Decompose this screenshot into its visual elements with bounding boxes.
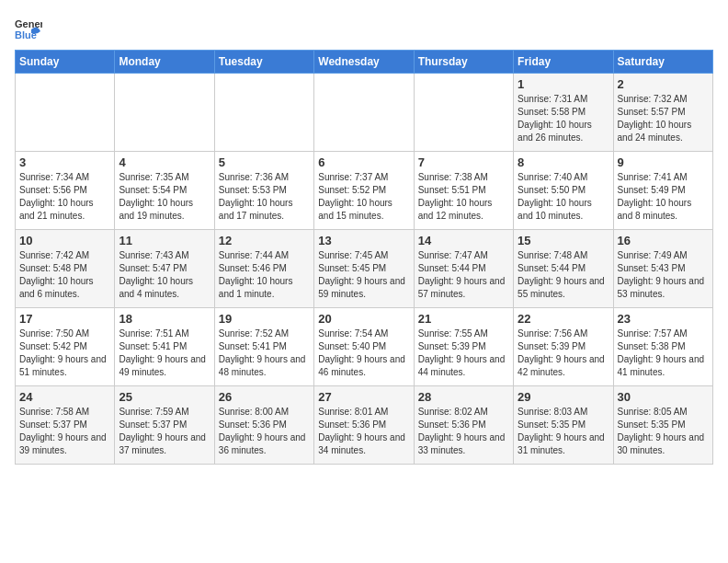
calendar-cell: 13Sunrise: 7:45 AM Sunset: 5:45 PM Dayli…	[314, 230, 414, 308]
day-info: Sunrise: 7:58 AM Sunset: 5:37 PM Dayligh…	[19, 406, 110, 457]
calendar-cell: 28Sunrise: 8:02 AM Sunset: 5:36 PM Dayli…	[414, 386, 513, 465]
day-info: Sunrise: 8:05 AM Sunset: 5:35 PM Dayligh…	[618, 406, 709, 457]
calendar-cell: 12Sunrise: 7:44 AM Sunset: 5:46 PM Dayli…	[214, 230, 313, 308]
svg-text:Blue: Blue	[15, 29, 37, 40]
calendar-cell: 23Sunrise: 7:57 AM Sunset: 5:38 PM Dayli…	[613, 308, 712, 386]
day-info: Sunrise: 7:41 AM Sunset: 5:49 PM Dayligh…	[618, 171, 709, 223]
calendar-cell: 3Sunrise: 7:34 AM Sunset: 5:56 PM Daylig…	[16, 152, 115, 230]
day-number: 15	[518, 234, 609, 247]
day-info: Sunrise: 7:48 AM Sunset: 5:44 PM Dayligh…	[518, 249, 609, 301]
header: General Blue	[15, 15, 713, 42]
day-number: 18	[119, 312, 210, 326]
day-info: Sunrise: 7:51 AM Sunset: 5:41 PM Dayligh…	[119, 327, 210, 379]
day-number: 30	[618, 390, 709, 404]
svg-text:General: General	[15, 18, 42, 29]
calendar-cell: 5Sunrise: 7:36 AM Sunset: 5:53 PM Daylig…	[214, 152, 313, 230]
day-number: 29	[518, 390, 609, 404]
calendar-cell	[16, 74, 115, 152]
weekday-header-tuesday: Tuesday	[214, 51, 313, 74]
day-info: Sunrise: 7:45 AM Sunset: 5:45 PM Dayligh…	[318, 249, 409, 301]
day-info: Sunrise: 7:49 AM Sunset: 5:43 PM Dayligh…	[618, 249, 709, 301]
day-info: Sunrise: 7:52 AM Sunset: 5:41 PM Dayligh…	[219, 327, 310, 379]
day-number: 10	[19, 234, 110, 247]
calendar-cell: 17Sunrise: 7:50 AM Sunset: 5:42 PM Dayli…	[16, 308, 115, 386]
day-info: Sunrise: 7:37 AM Sunset: 5:52 PM Dayligh…	[318, 171, 409, 223]
day-info: Sunrise: 8:00 AM Sunset: 5:36 PM Dayligh…	[219, 406, 310, 457]
day-number: 26	[219, 390, 310, 404]
day-info: Sunrise: 7:40 AM Sunset: 5:50 PM Dayligh…	[518, 171, 609, 223]
logo: General Blue	[15, 15, 46, 42]
day-info: Sunrise: 8:03 AM Sunset: 5:35 PM Dayligh…	[518, 406, 609, 457]
day-info: Sunrise: 8:01 AM Sunset: 5:36 PM Dayligh…	[318, 406, 409, 457]
day-number: 20	[318, 312, 409, 326]
day-info: Sunrise: 7:55 AM Sunset: 5:39 PM Dayligh…	[418, 327, 509, 379]
day-number: 4	[119, 155, 210, 169]
day-info: Sunrise: 7:31 AM Sunset: 5:58 PM Dayligh…	[518, 93, 609, 144]
calendar-cell: 6Sunrise: 7:37 AM Sunset: 5:52 PM Daylig…	[314, 152, 414, 230]
day-info: Sunrise: 7:50 AM Sunset: 5:42 PM Dayligh…	[19, 327, 110, 379]
day-info: Sunrise: 7:44 AM Sunset: 5:46 PM Dayligh…	[219, 249, 310, 301]
calendar-cell	[214, 74, 313, 152]
day-info: Sunrise: 7:43 AM Sunset: 5:47 PM Dayligh…	[119, 249, 210, 301]
calendar-cell: 21Sunrise: 7:55 AM Sunset: 5:39 PM Dayli…	[414, 308, 513, 386]
logo-icon: General Blue	[15, 15, 42, 42]
day-info: Sunrise: 7:57 AM Sunset: 5:38 PM Dayligh…	[618, 327, 709, 379]
day-number: 24	[19, 390, 110, 404]
day-info: Sunrise: 7:59 AM Sunset: 5:37 PM Dayligh…	[119, 406, 210, 457]
calendar-cell: 22Sunrise: 7:56 AM Sunset: 5:39 PM Dayli…	[514, 308, 613, 386]
day-number: 2	[618, 77, 709, 91]
calendar-cell: 20Sunrise: 7:54 AM Sunset: 5:40 PM Dayli…	[314, 308, 414, 386]
calendar-cell: 25Sunrise: 7:59 AM Sunset: 5:37 PM Dayli…	[115, 386, 214, 465]
day-number: 17	[19, 312, 110, 326]
day-number: 3	[19, 155, 110, 169]
day-info: Sunrise: 7:32 AM Sunset: 5:57 PM Dayligh…	[618, 93, 709, 144]
day-info: Sunrise: 7:34 AM Sunset: 5:56 PM Dayligh…	[19, 171, 110, 223]
weekday-header-sunday: Sunday	[16, 51, 115, 74]
calendar-cell: 1Sunrise: 7:31 AM Sunset: 5:58 PM Daylig…	[514, 74, 613, 152]
calendar-cell: 30Sunrise: 8:05 AM Sunset: 5:35 PM Dayli…	[613, 386, 712, 465]
day-info: Sunrise: 7:38 AM Sunset: 5:51 PM Dayligh…	[418, 171, 509, 223]
weekday-header-monday: Monday	[115, 51, 214, 74]
calendar-cell: 18Sunrise: 7:51 AM Sunset: 5:41 PM Dayli…	[115, 308, 214, 386]
day-info: Sunrise: 7:56 AM Sunset: 5:39 PM Dayligh…	[518, 327, 609, 379]
calendar-cell: 26Sunrise: 8:00 AM Sunset: 5:36 PM Dayli…	[214, 386, 313, 465]
day-info: Sunrise: 7:35 AM Sunset: 5:54 PM Dayligh…	[119, 171, 210, 223]
calendar-cell: 10Sunrise: 7:42 AM Sunset: 5:48 PM Dayli…	[16, 230, 115, 308]
weekday-header-saturday: Saturday	[613, 51, 712, 74]
day-number: 9	[618, 155, 709, 169]
calendar-cell	[115, 74, 214, 152]
calendar-cell: 15Sunrise: 7:48 AM Sunset: 5:44 PM Dayli…	[514, 230, 613, 308]
day-number: 5	[219, 155, 310, 169]
day-number: 11	[119, 234, 210, 247]
calendar-cell: 29Sunrise: 8:03 AM Sunset: 5:35 PM Dayli…	[514, 386, 613, 465]
calendar-cell: 9Sunrise: 7:41 AM Sunset: 5:49 PM Daylig…	[613, 152, 712, 230]
day-number: 19	[219, 312, 310, 326]
calendar-cell: 16Sunrise: 7:49 AM Sunset: 5:43 PM Dayli…	[613, 230, 712, 308]
day-number: 21	[418, 312, 509, 326]
calendar-cell: 14Sunrise: 7:47 AM Sunset: 5:44 PM Dayli…	[414, 230, 513, 308]
day-number: 8	[518, 155, 609, 169]
weekday-header-thursday: Thursday	[414, 51, 513, 74]
calendar-cell: 24Sunrise: 7:58 AM Sunset: 5:37 PM Dayli…	[16, 386, 115, 465]
day-number: 6	[318, 155, 409, 169]
day-info: Sunrise: 7:36 AM Sunset: 5:53 PM Dayligh…	[219, 171, 310, 223]
day-info: Sunrise: 8:02 AM Sunset: 5:36 PM Dayligh…	[418, 406, 509, 457]
calendar-cell: 11Sunrise: 7:43 AM Sunset: 5:47 PM Dayli…	[115, 230, 214, 308]
day-number: 12	[219, 234, 310, 247]
calendar-table: SundayMondayTuesdayWednesdayThursdayFrid…	[15, 50, 713, 465]
weekday-header-friday: Friday	[514, 51, 613, 74]
day-number: 25	[119, 390, 210, 404]
day-number: 22	[518, 312, 609, 326]
calendar-cell: 4Sunrise: 7:35 AM Sunset: 5:54 PM Daylig…	[115, 152, 214, 230]
calendar-cell: 8Sunrise: 7:40 AM Sunset: 5:50 PM Daylig…	[514, 152, 613, 230]
day-info: Sunrise: 7:54 AM Sunset: 5:40 PM Dayligh…	[318, 327, 409, 379]
day-number: 16	[618, 234, 709, 247]
calendar-cell: 7Sunrise: 7:38 AM Sunset: 5:51 PM Daylig…	[414, 152, 513, 230]
day-number: 7	[418, 155, 509, 169]
calendar-cell: 2Sunrise: 7:32 AM Sunset: 5:57 PM Daylig…	[613, 74, 712, 152]
calendar-cell	[314, 74, 414, 152]
day-number: 14	[418, 234, 509, 247]
day-number: 23	[618, 312, 709, 326]
calendar-cell	[414, 74, 513, 152]
day-number: 13	[318, 234, 409, 247]
